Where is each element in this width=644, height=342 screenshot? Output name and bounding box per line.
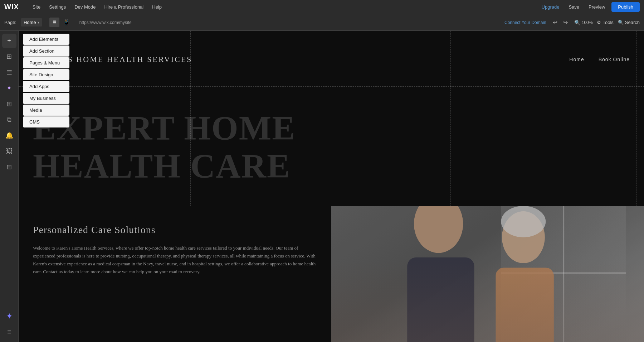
canvas-area: KAREN'S HOME HEALTH SERVICES Home Book O… bbox=[19, 31, 644, 342]
sidebar-apps[interactable]: ⊞ bbox=[2, 97, 16, 111]
photo-svg bbox=[331, 206, 644, 342]
search-label: Search bbox=[625, 20, 640, 25]
cms-menu-item[interactable]: CMS bbox=[23, 116, 69, 127]
content-section: Personalized Care Solutions Welcome to K… bbox=[19, 206, 644, 342]
site-design-menu-item[interactable]: Site Design bbox=[23, 69, 69, 80]
nav-hire-professional[interactable]: Hire a Professional bbox=[101, 3, 147, 11]
hero-text-block: EXPERT HOME HEALTH CARE bbox=[33, 109, 296, 185]
desktop-icon[interactable]: 🖥 bbox=[49, 18, 59, 27]
left-sidebar: + ⊞ ☰ ✦ ⊞ ⧉ 🔔 🖼 ⊟ ✦ ≡ bbox=[0, 31, 19, 342]
nav-site[interactable]: Site bbox=[29, 3, 44, 11]
layers-bottom-icon: ≡ bbox=[7, 328, 11, 336]
undo-button[interactable]: ↩ bbox=[551, 18, 560, 27]
svg-rect-9 bbox=[331, 206, 644, 342]
page-name: Home bbox=[24, 20, 36, 25]
hero-line1: EXPERT HOME bbox=[33, 109, 296, 147]
sidebar-wix-blocks[interactable]: ⧉ bbox=[2, 112, 16, 127]
nav-devmode[interactable]: Dev Mode bbox=[71, 3, 99, 11]
cms-icon: ⊟ bbox=[6, 163, 12, 171]
page-selector[interactable]: Home ▾ bbox=[21, 18, 42, 27]
content-right-photo bbox=[331, 206, 644, 342]
wix-logo: WIX bbox=[4, 3, 19, 11]
search-icon: 🔍 bbox=[618, 20, 624, 25]
top-nav: Site Settings Dev Mode Hire a Profession… bbox=[29, 3, 165, 11]
svg-rect-5 bbox=[407, 257, 474, 342]
pages-icon: ☰ bbox=[6, 68, 12, 76]
photo-placeholder bbox=[331, 206, 644, 342]
sidebar-pages[interactable]: ☰ bbox=[2, 65, 16, 80]
nav-help[interactable]: Help bbox=[148, 3, 165, 11]
tools-icon: ⚙ bbox=[597, 20, 601, 25]
redo-button[interactable]: ↪ bbox=[561, 18, 570, 27]
site-header: KAREN'S HOME HEALTH SERVICES Home Book O… bbox=[19, 31, 644, 88]
website-content: KAREN'S HOME HEALTH SERVICES Home Book O… bbox=[19, 31, 644, 342]
tools-label: Tools bbox=[602, 20, 613, 25]
sidebar-layers[interactable]: ⊞ bbox=[2, 49, 16, 64]
add-apps-menu-item[interactable]: Add Apps bbox=[23, 81, 69, 92]
connect-domain-link[interactable]: Connect Your Domain bbox=[504, 20, 546, 25]
sidebar-notifications[interactable]: 🔔 bbox=[2, 128, 16, 143]
site-navigation: Home Book Online bbox=[569, 57, 630, 62]
plus-icon: + bbox=[7, 37, 11, 45]
preview-button[interactable]: Preview bbox=[586, 3, 608, 11]
upgrade-button[interactable]: Upgrade bbox=[539, 3, 562, 11]
device-icons: 🖥 📱 bbox=[49, 18, 72, 27]
ai-icon: ✦ bbox=[6, 84, 12, 92]
hero-section: EXPERT HOME HEALTH CARE bbox=[19, 88, 644, 206]
tools-button[interactable]: ⚙ Tools bbox=[597, 20, 613, 25]
sparkle-icon: ✦ bbox=[6, 312, 13, 321]
zoom-icon: 🔍 bbox=[574, 20, 580, 25]
svg-rect-8 bbox=[496, 268, 553, 342]
sidebar-media[interactable]: 🖼 bbox=[2, 144, 16, 158]
blocks-icon: ⧉ bbox=[7, 116, 11, 124]
undo-redo-controls: ↩ ↪ bbox=[551, 18, 570, 27]
sidebar-cms[interactable]: ⊟ bbox=[2, 160, 16, 174]
sidebar-add-elements[interactable]: + bbox=[2, 34, 16, 48]
second-bar: Page: Home ▾ 🖥 📱 https://www.wix.com/mys… bbox=[0, 14, 644, 31]
media-menu-item[interactable]: Media bbox=[23, 105, 69, 116]
zoom-control[interactable]: 🔍 100% bbox=[574, 20, 593, 25]
content-heading: Personalized Care Solutions bbox=[33, 224, 317, 236]
chevron-down-icon: ▾ bbox=[38, 20, 39, 24]
zoom-level: 100% bbox=[582, 20, 593, 25]
url-display: https://www.wix.com/mysite bbox=[77, 20, 500, 25]
my-business-menu-item[interactable]: My Business bbox=[23, 93, 69, 104]
sidebar-layers-bottom[interactable]: ≡ bbox=[2, 325, 16, 339]
layers-icon: ⊞ bbox=[6, 53, 12, 61]
site-nav-book-online[interactable]: Book Online bbox=[599, 57, 630, 62]
save-button[interactable]: Save bbox=[566, 3, 582, 11]
sidebar-ai[interactable]: ✦ bbox=[2, 81, 16, 95]
bell-icon: 🔔 bbox=[5, 131, 13, 139]
apps-icon: ⊞ bbox=[6, 100, 12, 108]
content-body: Welcome to Karen's Home Health Services,… bbox=[33, 244, 317, 276]
page-label: Page: bbox=[4, 20, 16, 25]
second-bar-right: ↩ ↪ 🔍 100% ⚙ Tools 🔍 Search bbox=[551, 18, 640, 27]
main-area: + ⊞ ☰ ✦ ⊞ ⧉ 🔔 🖼 ⊟ ✦ ≡ bbox=[0, 31, 644, 342]
nav-settings[interactable]: Settings bbox=[45, 3, 69, 11]
add-elements-menu-item[interactable]: Add Elements bbox=[23, 34, 69, 45]
sidebar-sparkle[interactable]: ✦ bbox=[2, 309, 16, 323]
floating-menu: Add Elements Add Section Pages & Menu Si… bbox=[19, 31, 69, 130]
hero-line2: HEALTH CARE bbox=[33, 147, 296, 185]
top-bar-right: Upgrade Save Preview Publish bbox=[539, 2, 640, 12]
image-icon: 🖼 bbox=[6, 148, 13, 155]
pages-menu-menu-item[interactable]: Pages & Menu bbox=[23, 57, 69, 68]
top-bar: WIX Site Settings Dev Mode Hire a Profes… bbox=[0, 0, 644, 14]
site-nav-home[interactable]: Home bbox=[569, 57, 584, 62]
mobile-icon[interactable]: 📱 bbox=[61, 18, 72, 27]
publish-button[interactable]: Publish bbox=[611, 2, 640, 12]
search-button[interactable]: 🔍 Search bbox=[618, 20, 640, 25]
add-section-menu-item[interactable]: Add Section bbox=[23, 45, 69, 57]
content-left: Personalized Care Solutions Welcome to K… bbox=[19, 206, 331, 342]
